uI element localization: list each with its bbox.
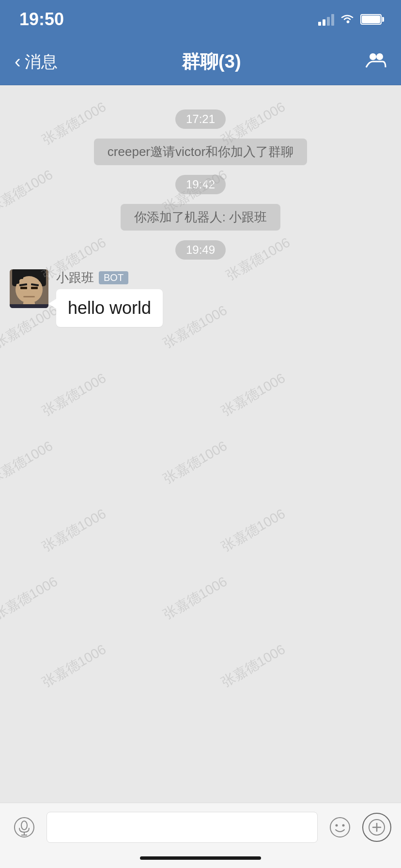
voice-button[interactable] xyxy=(10,813,39,842)
bottom-bar xyxy=(0,803,401,868)
svg-rect-8 xyxy=(20,287,27,289)
svg-point-19 xyxy=(330,818,350,837)
nav-bar: ‹ 消息 群聊(3) xyxy=(0,39,401,85)
watermark-text: 张嘉德1006 xyxy=(39,369,109,420)
system-message-invite: creeper邀请victor和你加入了群聊 xyxy=(10,139,391,165)
system-message-bot: 你添加了机器人: 小跟班 xyxy=(10,204,391,231)
message-sender: 小跟班 BOT xyxy=(56,269,163,286)
watermark-text: 张嘉德1006 xyxy=(218,369,289,420)
signal-icon xyxy=(318,13,334,26)
back-button[interactable]: ‹ 消息 xyxy=(15,51,58,73)
avatar xyxy=(10,269,48,308)
svg-rect-7 xyxy=(18,269,23,279)
status-bar: 19:50 xyxy=(0,0,401,39)
watermark-text: 张嘉德1006 xyxy=(218,505,289,556)
sender-name: 小跟班 xyxy=(56,269,94,286)
watermark-text: 张嘉德1006 xyxy=(39,505,109,556)
input-row xyxy=(0,803,401,852)
timestamp-1949: 19:49 xyxy=(10,240,391,260)
svg-rect-9 xyxy=(31,287,38,289)
svg-point-1 xyxy=(376,53,383,60)
watermark-text: 张嘉德1006 xyxy=(160,437,231,488)
nav-title: 群聊(3) xyxy=(182,49,241,74)
back-label: 消息 xyxy=(25,51,58,73)
add-button[interactable] xyxy=(362,813,391,842)
watermark-text: 张嘉德1006 xyxy=(0,573,61,624)
watermark-text: 张嘉德1006 xyxy=(0,437,56,488)
svg-point-0 xyxy=(370,53,376,60)
svg-rect-12 xyxy=(23,296,35,297)
message-row: 小跟班 BOT hello world xyxy=(10,269,391,327)
svg-rect-14 xyxy=(10,304,48,308)
svg-point-21 xyxy=(342,824,345,827)
back-chevron-icon: ‹ xyxy=(15,51,21,72)
bot-badge: BOT xyxy=(99,271,128,284)
home-indicator xyxy=(0,852,401,868)
group-members-icon[interactable] xyxy=(365,49,386,75)
watermark-text: 张嘉德1006 xyxy=(218,640,289,692)
message-text: hello world xyxy=(68,298,151,318)
svg-rect-6 xyxy=(39,269,46,281)
chat-area: 张嘉德1006 张嘉德1006 张嘉德1006 张嘉德1006 张嘉德1006 … xyxy=(0,85,401,810)
message-input[interactable] xyxy=(46,812,318,843)
watermark-text: 张嘉德1006 xyxy=(39,640,109,692)
status-icons xyxy=(318,12,382,27)
svg-point-4 xyxy=(15,276,43,303)
home-indicator-bar xyxy=(140,856,261,860)
svg-point-20 xyxy=(336,824,338,827)
wifi-icon xyxy=(340,12,355,27)
message-bubble: hello world xyxy=(56,289,163,327)
battery-icon xyxy=(360,14,382,25)
svg-rect-5 xyxy=(12,269,19,284)
message-content: 小跟班 BOT hello world xyxy=(56,269,163,327)
svg-point-16 xyxy=(21,821,27,830)
watermark-text: 张嘉德1006 xyxy=(160,573,231,624)
timestamp-1942: 19:42 xyxy=(10,175,391,194)
emoji-button[interactable] xyxy=(325,813,355,842)
status-time: 19:50 xyxy=(19,9,64,30)
timestamp-1721: 17:21 xyxy=(10,109,391,129)
